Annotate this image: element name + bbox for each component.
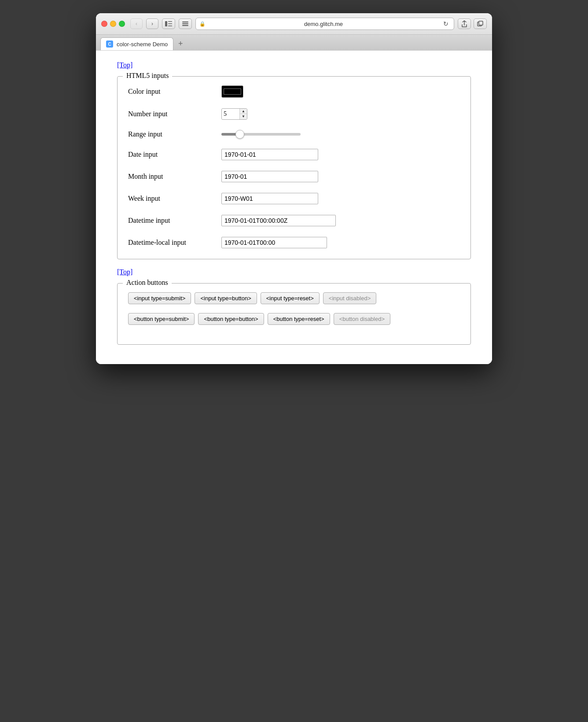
- svg-rect-3: [168, 26, 172, 26]
- svg-rect-2: [168, 23, 172, 24]
- button-submit-button[interactable]: <button type=submit>: [128, 313, 195, 325]
- active-tab[interactable]: C color-scheme Demo: [100, 37, 173, 50]
- datetime-local-input-row: Datetime-local input: [128, 237, 460, 248]
- maximize-button[interactable]: [119, 21, 125, 27]
- date-input[interactable]: [221, 149, 318, 160]
- range-input-row: Range input: [128, 130, 460, 138]
- hamburger-line-3: [182, 25, 188, 26]
- menu-button[interactable]: [179, 18, 192, 29]
- svg-rect-1: [168, 21, 172, 22]
- date-input-row: Date input: [128, 149, 460, 160]
- page-content: [Top] HTML5 inputs Color input Number in…: [96, 51, 492, 364]
- toolbar-actions: [458, 18, 487, 29]
- button-buttons-group: <button type=submit> <button type=button…: [128, 313, 460, 325]
- month-input-row: Month input: [128, 171, 460, 182]
- sidebar-button[interactable]: [162, 18, 175, 29]
- month-label: Month input: [128, 173, 216, 180]
- browser-chrome: ‹ › 🔒 demo.glitch.me: [96, 13, 492, 51]
- week-input[interactable]: [221, 193, 318, 204]
- tab-favicon: C: [106, 41, 113, 48]
- forward-button[interactable]: ›: [146, 18, 158, 29]
- html5-inputs-section: HTML5 inputs Color input Number input ▲ …: [117, 76, 471, 259]
- browser-toolbar: ‹ › 🔒 demo.glitch.me: [96, 13, 492, 35]
- datetime-input-row: Datetime input: [128, 215, 460, 226]
- datetime-local-label: Datetime-local input: [128, 239, 216, 247]
- date-label: Date input: [128, 151, 216, 158]
- color-label: Color input: [128, 88, 216, 96]
- number-spinners: ▲ ▼: [239, 109, 247, 119]
- close-button[interactable]: [101, 21, 107, 27]
- hamburger-icon: [182, 22, 188, 26]
- datetime-local-input[interactable]: [221, 237, 327, 248]
- share-button[interactable]: [458, 18, 471, 29]
- datetime-label: Datetime input: [128, 217, 216, 225]
- tab-bar: C color-scheme Demo +: [96, 35, 492, 50]
- input-buttons-group: <input type=submit> <input type=button> …: [128, 292, 460, 304]
- hamburger-line-1: [182, 22, 188, 22]
- number-input[interactable]: [222, 109, 239, 119]
- action-buttons-legend: Action buttons: [123, 279, 172, 287]
- minimize-button[interactable]: [110, 21, 116, 27]
- svg-rect-0: [165, 21, 167, 26]
- lock-icon: 🔒: [199, 21, 206, 27]
- back-button[interactable]: ‹: [130, 18, 143, 29]
- new-tab-button[interactable]: +: [175, 39, 186, 49]
- button-button-button[interactable]: <button type=button>: [198, 313, 264, 325]
- range-label: Range input: [128, 130, 216, 138]
- color-input-row: Color input: [128, 85, 460, 98]
- week-input-row: Week input: [128, 193, 460, 204]
- week-label: Week input: [128, 195, 216, 203]
- button-disabled-button[interactable]: <button disabled>: [334, 313, 390, 325]
- input-submit-button[interactable]: <input type=submit>: [128, 292, 191, 304]
- top-link-2[interactable]: [Top]: [117, 268, 471, 276]
- spinner-down[interactable]: ▼: [240, 114, 247, 119]
- reload-button[interactable]: ↻: [441, 19, 450, 28]
- new-window-button[interactable]: [474, 18, 487, 29]
- input-reset-button[interactable]: <input type=reset>: [261, 292, 320, 304]
- number-input-wrapper: ▲ ▼: [221, 108, 247, 120]
- color-input[interactable]: [221, 85, 243, 98]
- url-bar[interactable]: 🔒 demo.glitch.me ↻: [195, 18, 454, 30]
- month-input[interactable]: [221, 171, 318, 182]
- url-text: demo.glitch.me: [208, 21, 439, 27]
- hamburger-line-2: [182, 23, 188, 24]
- page-scroll-area[interactable]: [Top] HTML5 inputs Color input Number in…: [96, 51, 492, 364]
- top-link-1[interactable]: [Top]: [117, 61, 471, 69]
- input-disabled-button[interactable]: <input disabled>: [323, 292, 376, 304]
- datetime-input[interactable]: [221, 215, 336, 226]
- range-input[interactable]: [221, 133, 301, 136]
- number-input-row: Number input ▲ ▼: [128, 108, 460, 120]
- button-reset-button[interactable]: <button type=reset>: [268, 313, 330, 325]
- html5-legend: HTML5 inputs: [123, 72, 172, 80]
- tab-title: color-scheme Demo: [117, 41, 168, 48]
- number-label: Number input: [128, 110, 216, 118]
- input-button-button[interactable]: <input type=button>: [195, 292, 257, 304]
- traffic-lights: [101, 21, 125, 27]
- spinner-up[interactable]: ▲: [240, 109, 247, 114]
- browser-window: ‹ › 🔒 demo.glitch.me: [96, 13, 492, 364]
- svg-rect-5: [479, 21, 483, 25]
- action-buttons-section: Action buttons <input type=submit> <inpu…: [117, 283, 471, 345]
